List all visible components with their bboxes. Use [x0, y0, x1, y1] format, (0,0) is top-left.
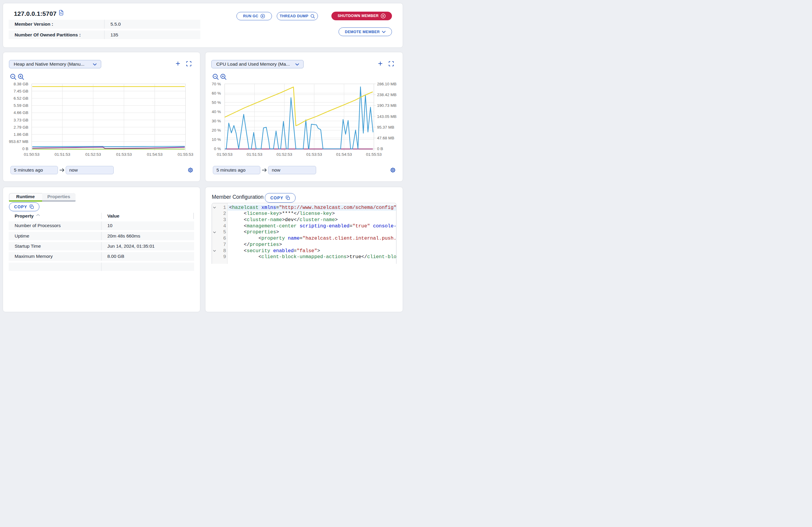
svg-text:01:53:53: 01:53:53 — [306, 152, 322, 157]
svg-text:01:52:53: 01:52:53 — [276, 152, 292, 157]
svg-text:10 %: 10 % — [212, 137, 221, 142]
svg-text:20 %: 20 % — [212, 128, 221, 132]
svg-text:40 %: 40 % — [212, 109, 221, 114]
svg-text:50 %: 50 % — [212, 100, 221, 105]
svg-text:70 %: 70 % — [212, 82, 221, 86]
svg-text:30 %: 30 % — [212, 119, 221, 123]
svg-text:238.42 MB: 238.42 MB — [377, 92, 396, 97]
svg-text:01:51:53: 01:51:53 — [247, 152, 262, 157]
svg-text:60 %: 60 % — [212, 91, 221, 96]
svg-text:0 %: 0 % — [214, 147, 221, 151]
svg-text:0 B: 0 B — [377, 147, 383, 151]
svg-text:95.37 MB: 95.37 MB — [377, 125, 394, 130]
svg-text:01:50:53: 01:50:53 — [217, 152, 233, 157]
svg-text:143.05 MB: 143.05 MB — [377, 114, 396, 119]
svg-text:01:55:53: 01:55:53 — [366, 152, 382, 157]
svg-text:190.73 MB: 190.73 MB — [377, 103, 396, 108]
svg-text:47.68 MB: 47.68 MB — [377, 136, 394, 140]
svg-text:01:54:53: 01:54:53 — [336, 152, 352, 157]
svg-text:286.10 MB: 286.10 MB — [377, 82, 396, 86]
